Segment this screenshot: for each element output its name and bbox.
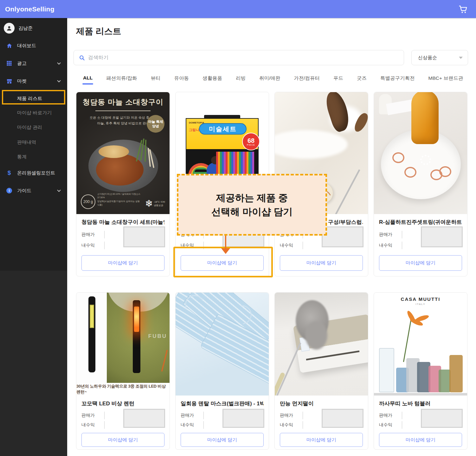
- page: OnlyoneSelling 김남준 대쉬보드: [0, 0, 476, 456]
- sidebar-item-label: 광고: [17, 60, 27, 66]
- product-image[interactable]: FUBU 30년의 노하우와 기술력으로 3중 조절의 LED 비상렌턴~: [76, 293, 170, 396]
- price-label: 판매가: [81, 232, 100, 238]
- annotation-arrow: [225, 236, 226, 249]
- product-title: 까사무띠 노바 텀블러: [379, 400, 462, 407]
- tab-beauty[interactable]: 뷰티: [151, 75, 160, 86]
- tab-special[interactable]: 특별공구기획전: [380, 75, 415, 86]
- revenue-label: 내수익: [181, 422, 199, 428]
- add-to-myshop-button[interactable]: 마이샵에 담기: [181, 433, 264, 447]
- tab-goods[interactable]: 굿즈: [357, 75, 367, 86]
- sidebar: 김남준 대쉬보드 광고: [0, 18, 67, 456]
- sidebar-item-points[interactable]: $ 온리원셀링포인트: [0, 168, 67, 178]
- info-icon: i: [6, 187, 13, 194]
- sort-dropdown[interactable]: 신상품순: [411, 50, 468, 65]
- store-icon: [6, 78, 13, 85]
- tab-food[interactable]: 푸드: [333, 75, 343, 86]
- weight-badge: 200 g: [81, 194, 95, 209]
- sidebar-item-label: 대쉬보드: [17, 43, 36, 49]
- tab-mbc-brand[interactable]: MBC+ 브랜드관: [428, 75, 463, 86]
- tab-living[interactable]: 리빙: [236, 75, 246, 86]
- add-to-myshop-button[interactable]: 마이샵에 담기: [280, 255, 363, 271]
- product-image[interactable]: [275, 293, 368, 396]
- box-name: 미술세트: [199, 123, 247, 135]
- tab-fashion[interactable]: 패션의류/잡화: [106, 75, 137, 86]
- product-card: FUBU 30년의 노하우와 기술력으로 3중 조절의 LED 비상렌턴~ 꼬모…: [76, 292, 170, 450]
- price-label: 판매가: [280, 413, 298, 418]
- sidebar-item-market[interactable]: 마켓: [0, 76, 67, 86]
- sidebar-item-label: 가이드: [17, 188, 31, 194]
- cart-icon[interactable]: [458, 4, 468, 14]
- product-card: 만능 먼지떨이 판매가 내수익 마이샵에 담기: [274, 292, 368, 450]
- revenue-label: 내수익: [81, 422, 100, 428]
- caret-down-icon: [459, 57, 463, 59]
- search-bar: [74, 50, 404, 65]
- add-to-myshop-button[interactable]: 마이샵에 담기: [81, 255, 164, 271]
- sidebar-subitem-label: 마이샵 관리: [17, 124, 42, 130]
- chevron-down-icon: [57, 61, 61, 65]
- product-image[interactable]: 청담동 마늘 소대창구이 오픈 소 대창에 초벌 삶기와 저온 숙성 후마늘, …: [76, 92, 170, 214]
- brand-logo[interactable]: OnlyoneSelling: [5, 5, 55, 13]
- sidebar-subitem-label: 마이샵 바로가기: [17, 110, 52, 116]
- annotation-text-line2: 선택해 마이샵 담기: [211, 205, 293, 219]
- tab-all[interactable]: ALL: [83, 75, 93, 85]
- sidebar-subitem-myshop-manage[interactable]: 마이샵 관리: [0, 122, 67, 133]
- frozen-note: -18°C 이하 냉동보관: [154, 200, 168, 207]
- main-content: 제품 리스트 신상품순 ALL 패션의류/잡화 뷰티 유아동 생활용품 리빙 취…: [67, 18, 476, 456]
- product-title: 일회용 덴탈 마스크(벌크판매) - 1박스(2…: [181, 400, 264, 407]
- sort-value: 신상품순: [418, 55, 437, 61]
- add-to-myshop-button[interactable]: 마이샵에 담기: [379, 255, 462, 271]
- product-image[interactable]: [176, 293, 269, 396]
- page-title: 제품 리스트: [76, 26, 121, 37]
- redacted-price-box: [222, 409, 264, 428]
- add-to-myshop-button[interactable]: 마이샵에 담기: [81, 433, 164, 447]
- add-to-myshop-button[interactable]: 마이샵에 담기: [280, 433, 363, 447]
- product-card: 청담동 마늘 소대창구이 오픈 소 대창에 초벌 삶기와 저온 숙성 후마늘, …: [76, 92, 170, 276]
- annotation-callout: 제공하는 제품 중 선택해 마이샵 담기: [177, 174, 327, 236]
- product-title: 만능 먼지떨이: [280, 400, 363, 407]
- photo-brand-text: CASA MUUTTI: [374, 296, 467, 302]
- revenue-label: 내수익: [280, 243, 298, 248]
- sidebar-item-guide[interactable]: i 가이드: [0, 185, 67, 196]
- sidebar-subitem-sales-history[interactable]: 판매내역: [0, 137, 67, 148]
- search-input[interactable]: [88, 55, 373, 60]
- sidebar-item-label: 마켓: [17, 78, 27, 84]
- redacted-price-box: [322, 409, 363, 428]
- price-label: 판매가: [181, 413, 199, 418]
- home-icon: [6, 42, 13, 49]
- redacted-price-box: [123, 226, 165, 247]
- price-label: 판매가: [81, 413, 100, 418]
- sidebar-item-dashboard[interactable]: 대쉬보드: [0, 40, 67, 51]
- search-icon: [79, 55, 85, 61]
- product-title: R-심플하트진주셋트링(귀여운하트반…: [379, 218, 462, 225]
- add-to-myshop-button[interactable]: 마이샵에 담기: [379, 433, 462, 447]
- product-image[interactable]: [374, 92, 467, 214]
- redacted-price-box: [421, 226, 463, 247]
- revenue-label: 내수익: [81, 243, 100, 248]
- product-title: 청담동 마늘 소대창구이 세트(마늘양…: [81, 218, 164, 225]
- tab-hobby-pet[interactable]: 취미/애완: [259, 75, 280, 86]
- tab-living-goods[interactable]: 생활용품: [203, 75, 222, 86]
- poster-headline: 청담동 마늘 소대창구이: [76, 97, 170, 107]
- chevron-down-icon: [57, 79, 61, 82]
- sidebar-item-ads[interactable]: 광고: [0, 58, 67, 69]
- annotation-arrow-head: [221, 248, 230, 254]
- photo-brand-text: FUBU: [148, 333, 167, 339]
- product-image[interactable]: CASA MUUTTI ITALY: [374, 293, 467, 396]
- sidebar-subitem-myshop-link[interactable]: 마이샵 바로가기: [0, 107, 67, 118]
- photo-brand-subtext: ITALY: [374, 303, 467, 306]
- sidebar-subitem-stats[interactable]: 통계: [0, 151, 67, 162]
- piece-badge: 68 PIECE: [242, 133, 260, 150]
- top-bar: OnlyoneSelling: [0, 0, 476, 18]
- tab-kids[interactable]: 유아동: [174, 75, 189, 86]
- annotation-text-line1: 제공하는 제품 중: [216, 191, 288, 205]
- tab-electronics[interactable]: 가전/컴퓨터: [294, 75, 320, 86]
- revenue-label: 내수익: [379, 243, 397, 248]
- redacted-price-box: [421, 409, 463, 428]
- product-card: CASA MUUTTI ITALY 까사무띠 노바 텀블러 판매가 내수익: [374, 292, 467, 450]
- price-label: 판매가: [379, 413, 397, 418]
- sidebar-subitem-label: 통계: [17, 154, 27, 160]
- sidebar-user[interactable]: 김남준: [0, 22, 67, 35]
- category-tabs: ALL 패션의류/잡화 뷰티 유아동 생활용품 리빙 취미/애완 가전/컴퓨터 …: [83, 75, 476, 86]
- snowflake-icon: ❄: [145, 198, 153, 209]
- revenue-label: 내수익: [379, 422, 397, 428]
